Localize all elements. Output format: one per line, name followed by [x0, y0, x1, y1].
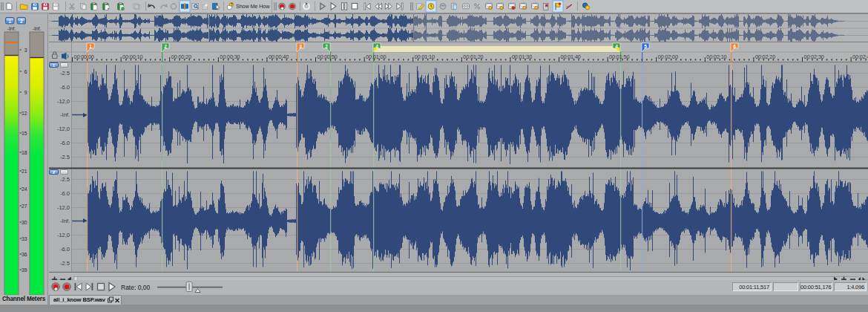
svg-text:-Inf.: -Inf.: [7, 26, 16, 31]
svg-text:00:02:00: 00:02:00: [658, 53, 678, 60]
svg-text:2: 2: [325, 44, 328, 49]
svg-text:5: 5: [644, 44, 647, 49]
svg-text:00:02:10: 00:02:10: [706, 53, 726, 60]
svg-text:00:01:50: 00:01:50: [609, 53, 629, 60]
svg-text:Rate: 0,00: Rate: 0,00: [121, 284, 150, 291]
svg-text:00:01:00: 00:01:00: [366, 53, 386, 60]
svg-text:00:00:30: 00:00:30: [220, 53, 240, 60]
svg-text:00:00:50: 00:00:50: [318, 53, 338, 60]
svg-text:00:00:10: 00:00:10: [122, 53, 142, 60]
svg-text:6: 6: [24, 69, 27, 74]
svg-text:00:01:10: 00:01:10: [415, 53, 435, 60]
svg-text:36: 36: [22, 252, 27, 257]
svg-text:24: 24: [22, 186, 27, 192]
svg-text:6: 6: [733, 44, 736, 49]
svg-text:12: 12: [22, 111, 27, 116]
svg-text:00:01:30: 00:01:30: [512, 53, 532, 60]
svg-text:Show Me How: Show Me How: [236, 3, 270, 10]
svg-text:00:02:40: 00:02:40: [852, 53, 868, 60]
svg-text:00:01:20: 00:01:20: [463, 53, 483, 60]
svg-text:39: 39: [22, 267, 27, 273]
svg-text:1: 1: [8, 19, 11, 24]
svg-text:00:01:40: 00:01:40: [561, 53, 581, 60]
svg-text:3: 3: [299, 44, 302, 49]
svg-text:00:00:40: 00:00:40: [269, 53, 289, 60]
svg-text:2: 2: [164, 44, 167, 49]
svg-text:00:00:00: 00:00:00: [74, 53, 94, 60]
svg-text:21: 21: [22, 169, 27, 174]
svg-text:00:02:20: 00:02:20: [755, 53, 775, 60]
svg-text:30: 30: [22, 220, 27, 225]
svg-text:3: 3: [24, 48, 27, 53]
svg-text:18: 18: [22, 150, 27, 155]
svg-text:15: 15: [22, 131, 27, 136]
svg-text:9: 9: [24, 90, 27, 95]
svg-text:00:00:20: 00:00:20: [171, 53, 191, 60]
svg-text:-Inf.: -Inf.: [33, 26, 42, 31]
svg-text:2: 2: [20, 19, 23, 24]
svg-text:1: 1: [89, 44, 92, 49]
svg-text:00:02:30: 00:02:30: [804, 53, 824, 60]
svg-text:33: 33: [22, 236, 27, 241]
svg-text:27: 27: [22, 204, 27, 209]
